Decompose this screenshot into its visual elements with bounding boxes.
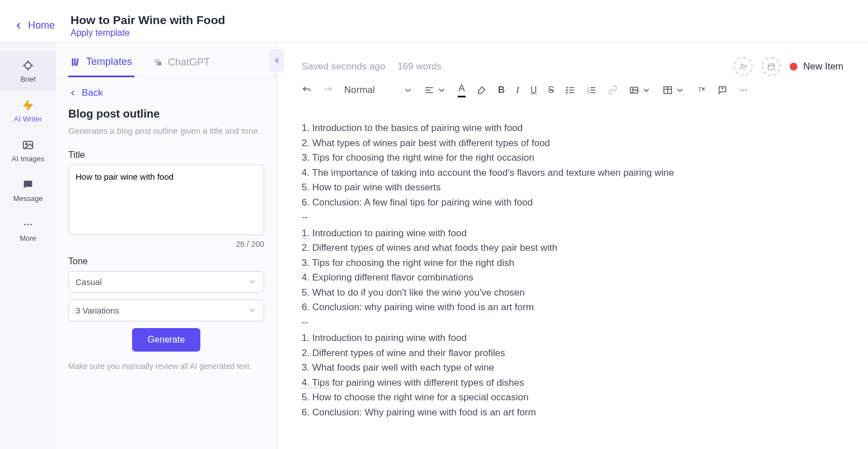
title-label: Title xyxy=(68,150,264,160)
outline-divider: -- xyxy=(302,315,843,330)
align-button[interactable] xyxy=(424,85,447,95)
red-dot-icon xyxy=(790,63,797,71)
chevron-down-icon xyxy=(248,277,257,286)
collapse-panel-button[interactable] xyxy=(270,49,284,72)
highlight-button[interactable] xyxy=(477,85,487,95)
image-icon xyxy=(629,85,639,95)
rail-more[interactable]: More xyxy=(0,211,56,250)
rail-ai-writer[interactable]: AI Writer xyxy=(0,91,56,131)
outline-line: 6. Conclusion: A few final tips for pair… xyxy=(302,195,843,211)
svg-point-46 xyxy=(745,90,747,91)
rail-ai-images[interactable]: AI Images xyxy=(0,131,56,171)
align-left-icon xyxy=(424,85,434,95)
tab-templates-label: Templates xyxy=(86,56,132,68)
variations-value: 3 Variations xyxy=(76,306,119,315)
tab-templates[interactable]: Templates xyxy=(68,53,134,77)
user-plus-icon xyxy=(739,62,748,71)
image-insert-button[interactable] xyxy=(629,85,651,95)
message-icon xyxy=(22,179,34,191)
svg-text:T: T xyxy=(698,86,702,93)
outline-line: 3. Tips for choosing the right wine for … xyxy=(302,151,843,166)
apply-template-link[interactable]: Apply template xyxy=(71,28,225,38)
font-style-select[interactable]: Normal xyxy=(344,85,413,96)
list-ul-icon xyxy=(565,85,575,95)
dots-icon xyxy=(739,85,749,95)
svg-point-45 xyxy=(743,90,744,91)
bold-button[interactable]: B xyxy=(498,85,505,96)
svg-rect-11 xyxy=(72,58,74,66)
strikethrough-button[interactable]: S xyxy=(548,85,554,95)
chevron-left-icon xyxy=(68,88,77,97)
outline-line: 4. Exploring different flavor combinatio… xyxy=(302,270,843,286)
outline-line: 1. Introduction to pairing wine with foo… xyxy=(302,226,843,241)
table-icon xyxy=(663,85,673,95)
new-item-label: New Item xyxy=(803,61,843,72)
svg-point-14 xyxy=(741,64,743,66)
image-icon xyxy=(22,139,34,151)
underline-button[interactable]: U xyxy=(531,85,537,95)
editor-content[interactable]: 1. Introduction to the basics of pairing… xyxy=(277,107,868,433)
text-color-button[interactable]: A xyxy=(458,83,466,97)
new-item-status[interactable]: New Item xyxy=(790,61,843,72)
chevron-down-icon xyxy=(641,85,651,95)
add-collaborator-button[interactable] xyxy=(734,57,753,76)
chevron-down-icon xyxy=(675,85,685,95)
svg-marker-5 xyxy=(24,100,33,110)
editor-toolbar: Normal A B I U S 123 T xyxy=(277,83,868,107)
svg-point-10 xyxy=(30,224,32,226)
outline-line: 6. Conclusion: Why pairing wine with foo… xyxy=(302,405,843,420)
home-link[interactable]: Home xyxy=(13,20,65,31)
outline-line: 2. Different types of wine and their fla… xyxy=(302,346,843,361)
table-button[interactable] xyxy=(663,85,685,95)
link-icon xyxy=(608,85,618,95)
svg-point-7 xyxy=(26,143,27,145)
schedule-button[interactable] xyxy=(762,57,781,76)
chevron-left-icon xyxy=(273,56,281,65)
tone-label: Tone xyxy=(68,256,264,266)
review-note: Make sure you manually review all AI gen… xyxy=(68,361,264,372)
chevron-down-icon xyxy=(403,85,413,95)
variations-select[interactable]: 3 Variations xyxy=(68,300,264,321)
undo-button[interactable] xyxy=(302,85,312,95)
link-button[interactable] xyxy=(608,85,618,95)
title-input[interactable] xyxy=(68,165,264,235)
svg-rect-12 xyxy=(74,58,76,66)
comment-button[interactable] xyxy=(717,85,728,95)
panel-heading: Blog post outline xyxy=(68,107,264,120)
chevron-down-icon xyxy=(437,85,447,95)
tone-select[interactable]: Casual xyxy=(68,271,264,293)
svg-rect-17 xyxy=(768,64,775,69)
outline-line: 4. The importance of taking into account… xyxy=(302,166,843,181)
outline-line: 5. How to pair wine with desserts xyxy=(302,180,843,195)
more-tools-button[interactable] xyxy=(739,85,749,95)
svg-point-35 xyxy=(632,88,634,90)
chat-icon xyxy=(152,57,163,68)
outline-line: 1. Introduction to the basics of pairing… xyxy=(302,121,843,136)
generate-button[interactable]: Generate xyxy=(132,328,201,352)
tab-chatgpt[interactable]: ChatGPT xyxy=(150,53,212,77)
target-icon xyxy=(22,59,34,72)
svg-point-0 xyxy=(25,63,31,69)
highlight-icon xyxy=(477,85,487,95)
dots-icon xyxy=(22,218,34,231)
outline-line: 5. What to do if you don't like the wine… xyxy=(302,286,843,301)
char-counter: 26 / 200 xyxy=(68,240,264,249)
clear-format-icon: T xyxy=(696,85,706,95)
svg-rect-13 xyxy=(76,58,79,66)
chevron-left-icon xyxy=(13,21,24,31)
rail-message[interactable]: Message xyxy=(0,171,56,211)
italic-button[interactable]: I xyxy=(516,85,519,96)
back-label: Back xyxy=(82,87,103,99)
numbered-list-button[interactable]: 123 xyxy=(587,85,597,95)
bullet-list-button[interactable] xyxy=(565,85,575,95)
outline-line: 2. What types of wines pair best with di… xyxy=(302,136,843,151)
svg-text:3: 3 xyxy=(587,91,589,94)
font-style-label: Normal xyxy=(344,85,375,96)
chevron-down-icon xyxy=(248,306,257,315)
templates-icon xyxy=(71,57,82,68)
bolt-icon xyxy=(22,99,34,111)
back-link[interactable]: Back xyxy=(68,87,264,99)
redo-button[interactable] xyxy=(323,85,333,95)
rail-brief[interactable]: Brief xyxy=(0,52,56,91)
clear-format-button[interactable]: T xyxy=(696,85,706,95)
